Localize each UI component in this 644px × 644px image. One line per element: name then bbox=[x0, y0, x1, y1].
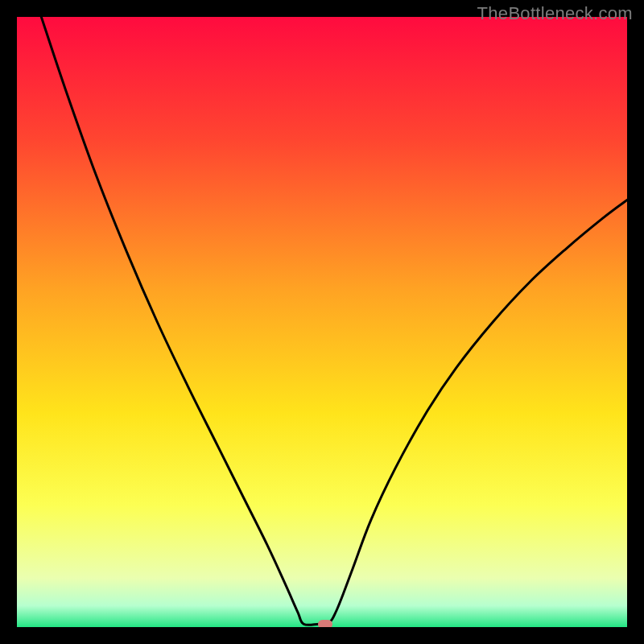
gradient-background bbox=[17, 17, 627, 627]
chart-frame: TheBottleneck.com bbox=[0, 0, 644, 644]
optimal-point-marker bbox=[318, 620, 332, 627]
watermark-text: TheBottleneck.com bbox=[477, 3, 633, 24]
plot-area bbox=[17, 17, 627, 627]
bottleneck-chart bbox=[17, 17, 627, 627]
